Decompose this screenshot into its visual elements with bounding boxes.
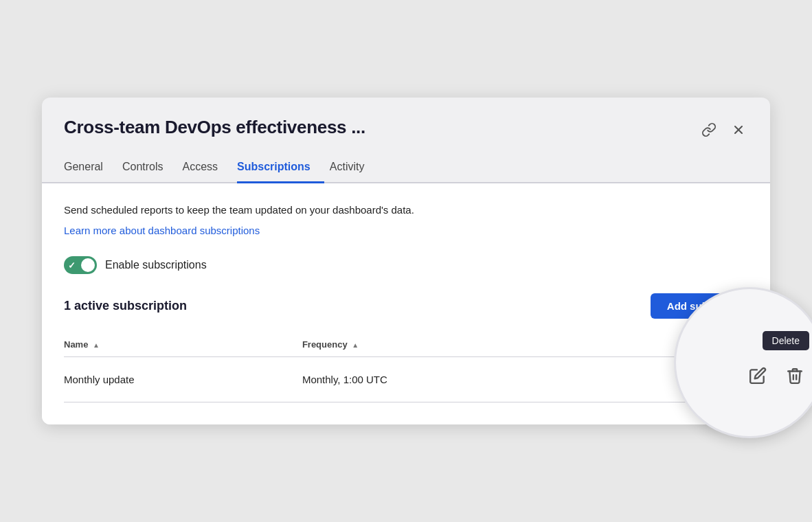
toggle-label: Enable subscriptions (105, 259, 207, 271)
close-button[interactable] (729, 120, 748, 139)
zoom-inner: Delete (676, 317, 812, 408)
modal: Cross-team DevOps effectiveness ... (42, 98, 770, 425)
toggle-row: ✓ Enable subscriptions (64, 256, 748, 274)
column-frequency: Frequency ▲ (302, 332, 590, 357)
modal-header: Cross-team DevOps effectiveness ... (42, 98, 770, 140)
toggle-check-icon: ✓ (68, 260, 76, 271)
zoomed-delete-button[interactable] (780, 361, 809, 394)
close-icon (732, 123, 745, 137)
table-header-row: Name ▲ Frequency ▲ Actions (64, 332, 748, 357)
modal-body: Send scheduled reports to keep the team … (42, 183, 770, 425)
modal-wrapper: Cross-team DevOps effectiveness ... (28, 98, 784, 425)
subscriptions-toggle[interactable]: ✓ (64, 256, 97, 274)
modal-header-icons (699, 120, 748, 140)
zoomed-edit-button[interactable] (743, 361, 772, 394)
subscription-frequency: Monthly, 1:00 UTC (302, 357, 590, 402)
tab-general[interactable]: General (64, 154, 117, 183)
table-body: Monthly update Monthly, 1:00 UTC (64, 357, 748, 402)
delete-tooltip: Delete (763, 331, 809, 350)
subscriptions-table: Name ▲ Frequency ▲ Actions (64, 332, 748, 402)
link-icon-button[interactable] (699, 120, 719, 140)
link-icon (701, 122, 717, 137)
table-row: Monthly update Monthly, 1:00 UTC (64, 357, 748, 402)
tabs: General Controls Access Subscriptions Ac… (42, 154, 770, 183)
zoomed-trash-icon (786, 367, 804, 385)
frequency-sort-icon[interactable]: ▲ (352, 341, 359, 349)
description-text: Send scheduled reports to keep the team … (64, 203, 748, 218)
subscriptions-header-row: 1 active subscription Add subscr... (64, 293, 748, 319)
zoomed-actions (743, 361, 809, 394)
name-sort-icon[interactable]: ▲ (93, 341, 100, 349)
learn-more-link[interactable]: Learn more about dashboard subscriptions (64, 225, 260, 236)
tab-access[interactable]: Access (183, 154, 232, 183)
active-subscription-count: 1 active subscription (64, 299, 187, 313)
modal-title: Cross-team DevOps effectiveness ... (64, 117, 365, 138)
tab-controls[interactable]: Controls (122, 154, 177, 183)
tab-activity[interactable]: Activity (330, 154, 379, 183)
column-name: Name ▲ (64, 332, 302, 357)
toggle-knob (81, 258, 95, 272)
toggle-track: ✓ (64, 256, 97, 274)
table-header: Name ▲ Frequency ▲ Actions (64, 332, 748, 357)
tab-subscriptions[interactable]: Subscriptions (237, 154, 324, 183)
zoomed-edit-icon (749, 367, 767, 385)
subscription-name: Monthly update (64, 357, 302, 402)
